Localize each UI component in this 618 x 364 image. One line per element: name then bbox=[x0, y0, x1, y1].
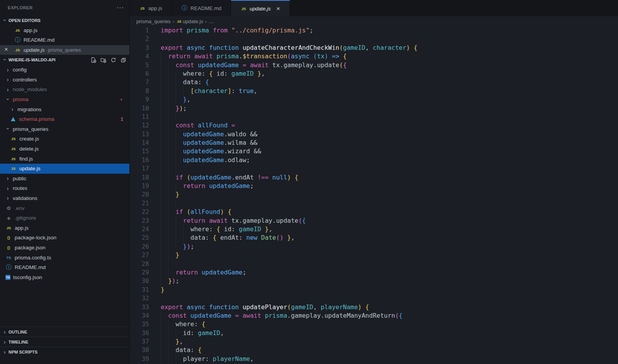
line-number: 34 bbox=[130, 312, 149, 320]
tree-folder-controllers[interactable]: ›controllers bbox=[0, 75, 129, 85]
code-token: { bbox=[228, 208, 231, 216]
tab-app.js[interactable]: JSapp.js bbox=[130, 0, 172, 16]
section-outline[interactable]: ›OUTLINE bbox=[0, 327, 129, 337]
section-npm-scripts[interactable]: ›NPM SCRIPTS bbox=[0, 347, 129, 357]
code-line-9: 9 }, bbox=[130, 95, 618, 104]
tree-folder-validations[interactable]: ›validations bbox=[0, 193, 129, 203]
indent-guides bbox=[161, 95, 183, 104]
code-token: ) bbox=[287, 173, 291, 182]
code-token: where: bbox=[183, 69, 209, 78]
js-icon: JS bbox=[10, 147, 17, 151]
line-number: 12 bbox=[130, 121, 149, 130]
breadcrumb-item-prisma_queries[interactable]: prisma_queries bbox=[136, 19, 171, 24]
open-editor-label: update.js bbox=[24, 47, 45, 53]
tree-file-prisma.config.ts[interactable]: TSprisma.config.ts bbox=[0, 252, 129, 262]
indent-guides bbox=[161, 147, 183, 156]
more-actions-icon[interactable]: ··· bbox=[117, 6, 124, 10]
code-token: } bbox=[257, 69, 261, 78]
open-editors-header[interactable]: › OPEN EDITORS bbox=[0, 15, 129, 25]
tree-item-label: app.js bbox=[15, 225, 29, 231]
code-token: ( bbox=[287, 303, 291, 312]
tree-file-find.js[interactable]: JSfind.js bbox=[0, 154, 129, 164]
code-token: async bbox=[187, 44, 205, 52]
new-folder-icon[interactable] bbox=[100, 57, 106, 63]
code-token: gameID bbox=[198, 329, 220, 337]
tree-file-.gitignore[interactable]: ◈.gitignore bbox=[0, 213, 129, 223]
code-token: , bbox=[268, 225, 272, 234]
code-token: playerName bbox=[213, 355, 250, 363]
indent-guides bbox=[161, 337, 176, 346]
code-token: ) bbox=[358, 303, 362, 312]
code-token: } bbox=[161, 286, 165, 294]
code-editor[interactable]: 1import prisma from "../config/prisma.js… bbox=[130, 26, 618, 364]
code-token bbox=[268, 173, 272, 182]
code-token bbox=[183, 303, 187, 312]
js-icon: JS bbox=[5, 226, 12, 230]
section-timeline[interactable]: ›TIMELINE bbox=[0, 337, 129, 347]
breadcrumb-separator-icon: › bbox=[205, 19, 207, 24]
tree-file-tsconfig.json[interactable]: TStsconfig.json bbox=[0, 272, 129, 282]
workspace-header[interactable]: › WHERE-IS-WALDO-API bbox=[0, 55, 129, 65]
code-token: { bbox=[343, 61, 347, 69]
code-token: ) bbox=[179, 104, 183, 113]
tree-folder-prisma_queries[interactable]: ›prisma_queries bbox=[0, 124, 129, 134]
tree-folder-routes[interactable]: ›routes bbox=[0, 183, 129, 193]
code-token: const bbox=[168, 312, 187, 320]
code-line-2: 2 bbox=[130, 35, 618, 43]
code-token: , bbox=[291, 234, 295, 242]
tree-folder-migrations[interactable]: ›migrations bbox=[0, 104, 129, 114]
braces-icon: {} bbox=[5, 245, 12, 250]
breadcrumb-item-…[interactable]: … bbox=[209, 19, 214, 24]
tree-item-label: find.js bbox=[19, 156, 33, 162]
new-file-icon[interactable] bbox=[90, 57, 96, 63]
tree-file-README.md[interactable]: ⓘREADME.md bbox=[0, 262, 129, 273]
indent-guides bbox=[161, 113, 183, 121]
refresh-icon[interactable] bbox=[110, 57, 116, 63]
tree-folder-prisma[interactable]: ›prisma● bbox=[0, 95, 129, 105]
code-token: gameID bbox=[239, 225, 261, 234]
code-token bbox=[198, 268, 202, 277]
tab-README.md[interactable]: ⓘREADME.md bbox=[172, 0, 231, 16]
code-token bbox=[246, 61, 250, 69]
tree-item-label: schema.prisma bbox=[19, 116, 54, 122]
tree-folder-node_modules[interactable]: ›node_modules bbox=[0, 85, 129, 95]
section-label: TIMELINE bbox=[8, 340, 28, 344]
chevron-right-icon: › bbox=[5, 87, 10, 92]
indent-guides bbox=[161, 173, 176, 182]
code-token bbox=[213, 52, 217, 61]
close-icon[interactable]: ✕ bbox=[276, 6, 280, 12]
code-token: ( bbox=[276, 234, 280, 242]
code-token: ( bbox=[395, 312, 399, 320]
tree-file-package.json[interactable]: {}package.json bbox=[0, 243, 129, 253]
open-editor-item-app.js[interactable]: JSapp.js bbox=[0, 25, 129, 36]
code-token: = bbox=[235, 312, 239, 320]
tree-file-schema.prisma[interactable]: schema.prisma1 bbox=[0, 114, 129, 124]
code-token: await bbox=[209, 217, 228, 225]
tree-folder-public[interactable]: ›public bbox=[0, 174, 129, 184]
chevron-right-icon: › bbox=[10, 107, 15, 112]
tree-file-package-lock.json[interactable]: {}package-lock.json bbox=[0, 233, 129, 243]
code-line-35: 35 where: { bbox=[130, 320, 618, 328]
tree-file-app.js[interactable]: JSapp.js bbox=[0, 223, 129, 233]
collapse-all-icon[interactable] bbox=[121, 57, 126, 63]
tree-item-label: migrations bbox=[17, 107, 41, 112]
code-token: function bbox=[209, 303, 239, 312]
code-token: await bbox=[194, 52, 213, 61]
tree-folder-config[interactable]: ›config bbox=[0, 65, 129, 75]
open-editor-item-update.js[interactable]: ✕JSupdate.jsprisma_queries bbox=[0, 45, 129, 55]
tree-file-delete.js[interactable]: JSdelete.js bbox=[0, 144, 129, 154]
tree-item-label: create.js bbox=[19, 136, 39, 142]
tree-file-update.js[interactable]: JSupdate.js bbox=[0, 164, 129, 174]
close-icon[interactable]: ✕ bbox=[4, 47, 8, 52]
code-token: id: bbox=[220, 225, 239, 234]
code-token: updatedGame bbox=[183, 130, 224, 139]
open-editor-item-README.md[interactable]: ⓘREADME.md bbox=[0, 35, 129, 45]
tree-file-create.js[interactable]: JScreate.js bbox=[0, 134, 129, 144]
code-token: updatePlayer bbox=[243, 303, 287, 312]
tree-file-.env[interactable]: ⚙.env bbox=[0, 203, 129, 213]
breadcrumb-label: … bbox=[209, 19, 214, 24]
tab-update.js[interactable]: JSupdate.js✕ bbox=[231, 0, 290, 16]
modified-dot-icon: ● bbox=[121, 98, 122, 102]
breadcrumb-item-update.js[interactable]: JSupdate.js bbox=[176, 19, 203, 24]
code-token: prisma bbox=[187, 26, 209, 35]
